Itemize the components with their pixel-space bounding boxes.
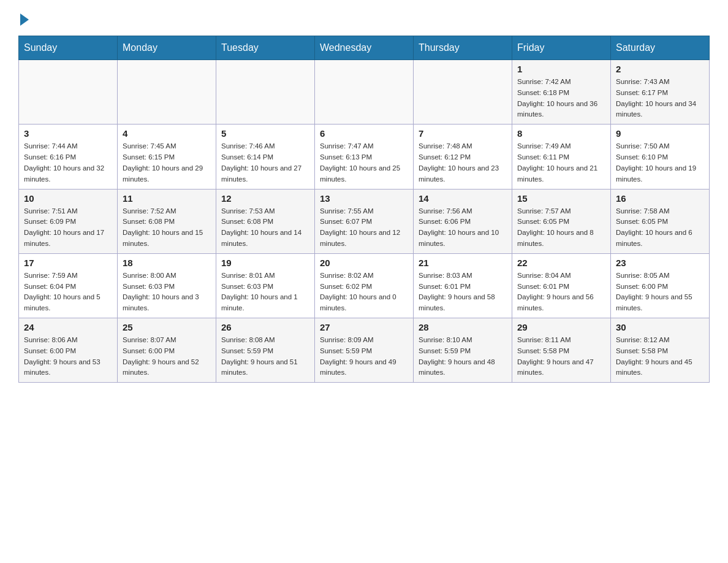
- day-info: Sunrise: 8:12 AMSunset: 5:58 PMDaylight:…: [616, 335, 704, 378]
- day-number: 5: [221, 128, 309, 139]
- day-number: 27: [320, 322, 408, 332]
- calendar-cell: [315, 60, 414, 124]
- day-number: 16: [616, 193, 704, 204]
- calendar-cell: 20Sunrise: 8:02 AMSunset: 6:02 PMDayligh…: [315, 253, 414, 318]
- day-number: 19: [221, 258, 309, 268]
- page-header: [18, 12, 710, 23]
- calendar-cell: 23Sunrise: 8:05 AMSunset: 6:00 PMDayligh…: [611, 253, 710, 318]
- calendar-cell: 10Sunrise: 7:51 AMSunset: 6:09 PMDayligh…: [19, 189, 118, 253]
- day-number: 22: [517, 258, 605, 268]
- day-number: 17: [24, 258, 112, 268]
- day-info: Sunrise: 8:00 AMSunset: 6:03 PMDaylight:…: [123, 270, 211, 314]
- day-info: Sunrise: 7:44 AMSunset: 6:16 PMDaylight:…: [24, 141, 112, 185]
- calendar-cell: 14Sunrise: 7:56 AMSunset: 6:06 PMDayligh…: [414, 189, 512, 253]
- calendar-table: SundayMondayTuesdayWednesdayThursdayFrid…: [18, 36, 710, 383]
- day-number: 9: [616, 128, 704, 139]
- calendar-cell: 15Sunrise: 7:57 AMSunset: 6:05 PMDayligh…: [512, 189, 611, 253]
- weekday-header-row: SundayMondayTuesdayWednesdayThursdayFrid…: [19, 36, 710, 60]
- day-number: 4: [123, 128, 211, 139]
- day-number: 23: [616, 258, 704, 268]
- weekday-header-friday: Friday: [512, 36, 611, 60]
- day-number: 11: [123, 193, 211, 204]
- day-info: Sunrise: 8:04 AMSunset: 6:01 PMDaylight:…: [517, 270, 605, 314]
- day-number: 21: [419, 258, 507, 268]
- day-number: 28: [419, 322, 507, 332]
- calendar-cell: 6Sunrise: 7:47 AMSunset: 6:13 PMDaylight…: [315, 124, 414, 189]
- day-info: Sunrise: 7:55 AMSunset: 6:07 PMDaylight:…: [320, 206, 408, 250]
- calendar-week-row: 1Sunrise: 7:42 AMSunset: 6:18 PMDaylight…: [19, 60, 710, 124]
- day-info: Sunrise: 8:03 AMSunset: 6:01 PMDaylight:…: [419, 270, 507, 314]
- calendar-cell: 22Sunrise: 8:04 AMSunset: 6:01 PMDayligh…: [512, 253, 611, 318]
- day-number: 12: [221, 193, 309, 204]
- day-info: Sunrise: 8:09 AMSunset: 5:59 PMDaylight:…: [320, 335, 408, 378]
- day-info: Sunrise: 7:49 AMSunset: 6:11 PMDaylight:…: [517, 141, 605, 185]
- calendar-cell: 25Sunrise: 8:07 AMSunset: 6:00 PMDayligh…: [118, 318, 216, 383]
- calendar-cell: [414, 60, 512, 124]
- day-info: Sunrise: 7:53 AMSunset: 6:08 PMDaylight:…: [221, 206, 309, 250]
- day-number: 1: [517, 64, 605, 74]
- day-info: Sunrise: 7:51 AMSunset: 6:09 PMDaylight:…: [24, 206, 112, 250]
- day-info: Sunrise: 7:56 AMSunset: 6:06 PMDaylight:…: [419, 206, 507, 250]
- day-info: Sunrise: 7:47 AMSunset: 6:13 PMDaylight:…: [320, 141, 408, 185]
- day-number: 6: [320, 128, 408, 139]
- day-number: 24: [24, 322, 112, 332]
- day-info: Sunrise: 7:43 AMSunset: 6:17 PMDaylight:…: [616, 77, 704, 120]
- weekday-header-thursday: Thursday: [414, 36, 512, 60]
- day-number: 8: [517, 128, 605, 139]
- calendar-cell: 4Sunrise: 7:45 AMSunset: 6:15 PMDaylight…: [118, 124, 216, 189]
- calendar-cell: 1Sunrise: 7:42 AMSunset: 6:18 PMDaylight…: [512, 60, 611, 124]
- day-info: Sunrise: 7:52 AMSunset: 6:08 PMDaylight:…: [123, 206, 211, 250]
- day-info: Sunrise: 8:05 AMSunset: 6:00 PMDaylight:…: [616, 270, 704, 314]
- calendar-cell: 8Sunrise: 7:49 AMSunset: 6:11 PMDaylight…: [512, 124, 611, 189]
- day-number: 29: [517, 322, 605, 332]
- weekday-header-wednesday: Wednesday: [315, 36, 414, 60]
- weekday-header-saturday: Saturday: [611, 36, 710, 60]
- day-info: Sunrise: 7:58 AMSunset: 6:05 PMDaylight:…: [616, 206, 704, 250]
- calendar-cell: 21Sunrise: 8:03 AMSunset: 6:01 PMDayligh…: [414, 253, 512, 318]
- calendar-cell: 13Sunrise: 7:55 AMSunset: 6:07 PMDayligh…: [315, 189, 414, 253]
- calendar-cell: 27Sunrise: 8:09 AMSunset: 5:59 PMDayligh…: [315, 318, 414, 383]
- weekday-header-tuesday: Tuesday: [216, 36, 315, 60]
- calendar-cell: 16Sunrise: 7:58 AMSunset: 6:05 PMDayligh…: [611, 189, 710, 253]
- day-info: Sunrise: 8:06 AMSunset: 6:00 PMDaylight:…: [24, 335, 112, 378]
- day-info: Sunrise: 8:02 AMSunset: 6:02 PMDaylight:…: [320, 270, 408, 314]
- calendar-cell: [216, 60, 315, 124]
- day-info: Sunrise: 7:59 AMSunset: 6:04 PMDaylight:…: [24, 270, 112, 314]
- day-info: Sunrise: 7:46 AMSunset: 6:14 PMDaylight:…: [221, 141, 309, 185]
- calendar-cell: 7Sunrise: 7:48 AMSunset: 6:12 PMDaylight…: [414, 124, 512, 189]
- calendar-cell: 3Sunrise: 7:44 AMSunset: 6:16 PMDaylight…: [19, 124, 118, 189]
- calendar-cell: 24Sunrise: 8:06 AMSunset: 6:00 PMDayligh…: [19, 318, 118, 383]
- day-info: Sunrise: 7:42 AMSunset: 6:18 PMDaylight:…: [517, 77, 605, 120]
- day-number: 30: [616, 322, 704, 332]
- day-number: 2: [616, 64, 704, 74]
- day-info: Sunrise: 8:01 AMSunset: 6:03 PMDaylight:…: [221, 270, 309, 314]
- day-number: 15: [517, 193, 605, 204]
- calendar-cell: 28Sunrise: 8:10 AMSunset: 5:59 PMDayligh…: [414, 318, 512, 383]
- weekday-header-monday: Monday: [118, 36, 216, 60]
- calendar-cell: 30Sunrise: 8:12 AMSunset: 5:58 PMDayligh…: [611, 318, 710, 383]
- day-number: 13: [320, 193, 408, 204]
- calendar-week-row: 3Sunrise: 7:44 AMSunset: 6:16 PMDaylight…: [19, 124, 710, 189]
- day-info: Sunrise: 8:07 AMSunset: 6:00 PMDaylight:…: [123, 335, 211, 378]
- day-number: 7: [419, 128, 507, 139]
- calendar-week-row: 17Sunrise: 7:59 AMSunset: 6:04 PMDayligh…: [19, 253, 710, 318]
- day-info: Sunrise: 7:57 AMSunset: 6:05 PMDaylight:…: [517, 206, 605, 250]
- calendar-cell: 17Sunrise: 7:59 AMSunset: 6:04 PMDayligh…: [19, 253, 118, 318]
- calendar-cell: [118, 60, 216, 124]
- calendar-cell: [19, 60, 118, 124]
- day-number: 26: [221, 322, 309, 332]
- calendar-cell: 11Sunrise: 7:52 AMSunset: 6:08 PMDayligh…: [118, 189, 216, 253]
- calendar-cell: 18Sunrise: 8:00 AMSunset: 6:03 PMDayligh…: [118, 253, 216, 318]
- logo-arrow-icon: [20, 13, 29, 26]
- day-number: 10: [24, 193, 112, 204]
- day-info: Sunrise: 7:45 AMSunset: 6:15 PMDaylight:…: [123, 141, 211, 185]
- day-number: 20: [320, 258, 408, 268]
- calendar-cell: 19Sunrise: 8:01 AMSunset: 6:03 PMDayligh…: [216, 253, 315, 318]
- day-info: Sunrise: 7:50 AMSunset: 6:10 PMDaylight:…: [616, 141, 704, 185]
- logo: [18, 12, 29, 23]
- calendar-week-row: 24Sunrise: 8:06 AMSunset: 6:00 PMDayligh…: [19, 318, 710, 383]
- calendar-cell: 9Sunrise: 7:50 AMSunset: 6:10 PMDaylight…: [611, 124, 710, 189]
- calendar-cell: 26Sunrise: 8:08 AMSunset: 5:59 PMDayligh…: [216, 318, 315, 383]
- day-number: 18: [123, 258, 211, 268]
- day-info: Sunrise: 7:48 AMSunset: 6:12 PMDaylight:…: [419, 141, 507, 185]
